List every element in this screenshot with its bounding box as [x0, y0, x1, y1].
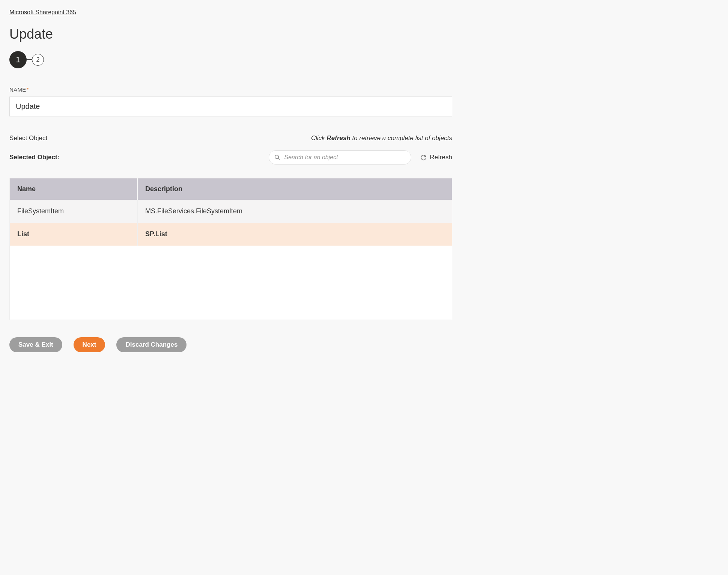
- next-button[interactable]: Next: [74, 337, 105, 352]
- name-label-text: NAME: [9, 86, 26, 93]
- save-exit-button[interactable]: Save & Exit: [9, 337, 62, 352]
- col-header-description[interactable]: Description: [137, 178, 452, 200]
- objects-table-container: Name Description FileSystemItemMS.FileSe…: [9, 178, 452, 320]
- step-1[interactable]: 1: [9, 51, 27, 68]
- cell-description: MS.FileServices.FileSystemItem: [137, 200, 452, 223]
- refresh-button[interactable]: Refresh: [420, 154, 452, 161]
- svg-point-0: [275, 155, 278, 158]
- selected-object-label: Selected Object:: [9, 154, 59, 161]
- refresh-icon: [420, 154, 427, 161]
- name-field-group: NAME*: [9, 86, 452, 116]
- name-label: NAME*: [9, 86, 29, 93]
- refresh-hint: Click Refresh to retrieve a complete lis…: [311, 134, 452, 142]
- objects-table: Name Description FileSystemItemMS.FileSe…: [10, 178, 452, 246]
- step-connector: [27, 59, 32, 60]
- page-title: Update: [9, 26, 452, 42]
- breadcrumb-link[interactable]: Microsoft Sharepoint 365: [9, 9, 76, 15]
- refresh-label: Refresh: [430, 154, 452, 161]
- select-object-heading: Select Object: [9, 134, 47, 142]
- cell-name: List: [10, 223, 137, 246]
- discard-changes-button[interactable]: Discard Changes: [116, 337, 187, 352]
- wizard-stepper: 1 2: [9, 51, 452, 68]
- cell-description: SP.List: [137, 223, 452, 246]
- hint-prefix: Click: [311, 134, 327, 142]
- hint-bold: Refresh: [327, 134, 350, 142]
- hint-suffix: to retrieve a complete list of objects: [350, 134, 452, 142]
- required-star-icon: *: [27, 86, 29, 93]
- search-icon: [274, 154, 280, 160]
- svg-line-1: [278, 158, 280, 160]
- name-input[interactable]: [9, 97, 452, 116]
- col-header-name[interactable]: Name: [10, 178, 137, 200]
- cell-name: FileSystemItem: [10, 200, 137, 223]
- table-row[interactable]: ListSP.List: [10, 223, 452, 246]
- search-box[interactable]: [269, 150, 411, 165]
- table-row[interactable]: FileSystemItemMS.FileServices.FileSystem…: [10, 200, 452, 223]
- step-2[interactable]: 2: [32, 54, 44, 66]
- search-input[interactable]: [284, 154, 406, 161]
